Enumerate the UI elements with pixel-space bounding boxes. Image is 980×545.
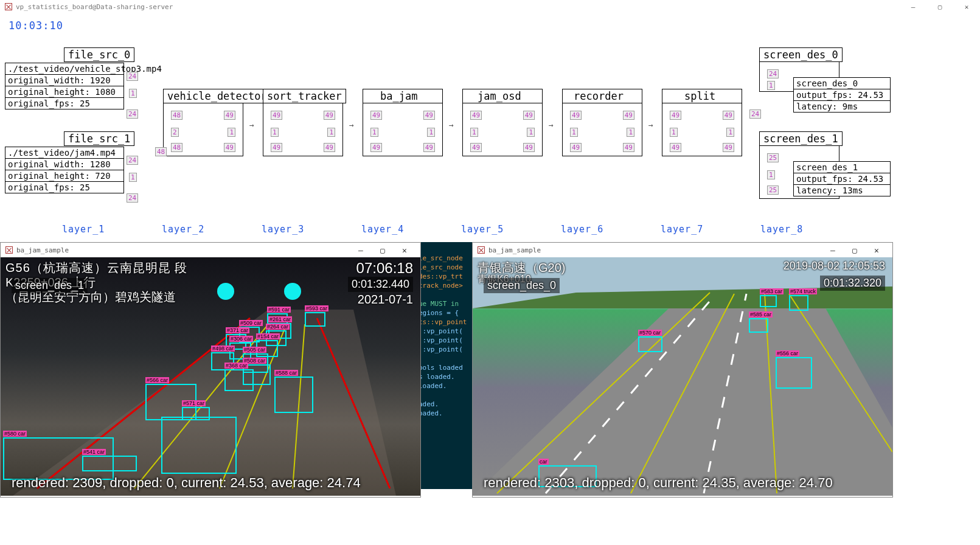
camera-clock: 2019-08-02 12:05:53 xyxy=(784,260,885,272)
video-titlebar[interactable]: ba_jam_sample — ▢ ✕ xyxy=(1,243,420,257)
maximize-button[interactable]: ▢ xyxy=(844,246,866,255)
detection-label: #556 car xyxy=(776,350,799,356)
layer-label: layer_5 xyxy=(461,224,504,235)
detection-box xyxy=(760,295,777,307)
background-terminal: le_src_node le_src_node des::vp_trt trac… xyxy=(419,242,472,489)
detection-box xyxy=(749,318,768,333)
node-file-src-0-props: ./test_video/vehicle_stop3.mp4 original_… xyxy=(5,63,124,109)
camera-text-1: G56（杭瑞高速）云南昆明昆 段 xyxy=(5,260,187,276)
detection-box xyxy=(82,456,137,471)
node-sort-tracker: sort_tracker 49 49 1 1 49 49 xyxy=(263,89,346,156)
detection-box xyxy=(305,312,325,327)
layer-label: layer_4 xyxy=(361,224,404,235)
detection-label: #593 car xyxy=(305,305,328,311)
node-jam-osd: jam_osd 49 49 1 1 49 49 xyxy=(462,89,543,156)
video-window-left[interactable]: ba_jam_sample — ▢ ✕ G56（杭瑞高速）云南昆明昆 段 K22… xyxy=(0,242,421,498)
video-window-title: ba_jam_sample xyxy=(16,246,69,254)
node-title: file_src_0 xyxy=(64,47,134,62)
node-file-src-1-props: ./test_video/jam4.mp4 original_width: 12… xyxy=(5,147,124,193)
layer-label: layer_8 xyxy=(760,224,803,235)
stream-id: screen_des_0 xyxy=(484,278,560,293)
detection-label: #261 car xyxy=(268,316,292,322)
layer-label: layer_6 xyxy=(561,224,603,235)
layer-label: layer_3 xyxy=(262,224,304,235)
render-stats: rendered: 2309, dropped: 0, current: 24.… xyxy=(12,475,361,491)
detection-label: #566 car xyxy=(145,377,169,383)
svg-point-2 xyxy=(284,283,301,300)
pipeline-board: file_src_0 ./test_video/vehicle_stop3.mp… xyxy=(0,35,980,242)
video-titlebar[interactable]: ba_jam_sample — ▢ ✕ xyxy=(473,243,892,257)
svg-marker-3 xyxy=(473,286,892,496)
minimize-button[interactable]: — xyxy=(900,0,926,13)
video-frame-right: 青银高速（G20) 青银K6+010 screen_des_0 2019-08-… xyxy=(473,257,892,496)
close-button[interactable]: ✕ xyxy=(866,246,888,255)
detection-label: #591 car xyxy=(267,307,291,313)
stream-id: screen_des_1 xyxy=(12,278,88,293)
video-window-right[interactable]: ba_jam_sample — ▢ ✕ 青银高速（G20) 青银K6+010 s… xyxy=(472,242,893,498)
detection-label: #368 car xyxy=(224,363,248,369)
video-frame-left: G56（杭瑞高速）云南昆明昆 段 K2259+036 上行 （昆明至安宁方向）碧… xyxy=(1,257,420,496)
stream-timer: 0:01:32.440 xyxy=(348,277,413,292)
node-screen-des-1-props: screen_des_1 output_fps: 24.53 latency: … xyxy=(793,162,891,196)
detection-box xyxy=(224,369,254,391)
node-screen-des-0-props: screen_des_0 output_fps: 24.53 latency: … xyxy=(793,78,891,113)
minimize-button[interactable]: — xyxy=(350,246,372,255)
camera-clock: 07:06:18 xyxy=(356,260,413,277)
maximize-button[interactable]: ▢ xyxy=(372,246,394,255)
detection-label: #574 truck xyxy=(789,288,817,294)
app-icon xyxy=(5,246,13,254)
detection-label: #371 car xyxy=(226,327,249,333)
stream-timer: 0:01:32.320 xyxy=(820,276,885,291)
main-titlebar: vp_statistics_board@Data-sharing-server xyxy=(0,0,980,13)
detection-label: #583 car xyxy=(760,288,784,294)
detection-box xyxy=(638,336,662,352)
detection-label: #541 car xyxy=(82,449,106,455)
detection-label: #498 car xyxy=(211,345,235,352)
detection-label: #585 car xyxy=(749,311,773,318)
camera-date: 2021-07-1 xyxy=(358,293,413,307)
maximize-button[interactable]: ▢ xyxy=(926,0,953,13)
detection-label: #571 car xyxy=(182,400,206,406)
node-ba-jam: ba_jam 49 49 1 1 49 49 xyxy=(363,89,443,156)
window-controls: — ▢ ✕ xyxy=(900,0,980,13)
node-body: 48 49 2 1 48 49 xyxy=(163,103,243,156)
node-file-src-1: file_src_1 xyxy=(64,131,134,146)
app-icon xyxy=(478,246,485,254)
detection-label: #570 car xyxy=(638,330,662,336)
render-stats: rendered: 2303, dropped: 0, current: 24.… xyxy=(484,475,833,491)
detection-label: #588 car xyxy=(274,370,298,376)
node-split: split 49 49 1 1 49 49 xyxy=(662,89,742,156)
close-button[interactable]: ✕ xyxy=(394,246,415,255)
minimize-button[interactable]: — xyxy=(822,246,844,255)
layer-label: layer_1 xyxy=(62,224,105,235)
detection-box xyxy=(161,417,237,474)
layer-label: layer_2 xyxy=(162,224,204,235)
detection-label: #505 car xyxy=(243,347,266,353)
detection-label: car xyxy=(538,459,549,465)
video-window-title: ba_jam_sample xyxy=(488,246,541,254)
window-title: vp_statistics_board@Data-sharing-server xyxy=(16,3,173,11)
detection-box xyxy=(789,295,808,311)
detection-label: #306 car xyxy=(229,336,253,342)
node-title: file_src_1 xyxy=(64,131,134,146)
svg-point-1 xyxy=(217,283,234,300)
elapsed-time: 10:03:10 xyxy=(0,15,63,32)
app-icon xyxy=(5,3,12,10)
layer-label: layer_7 xyxy=(661,224,703,235)
detection-label: #264 car xyxy=(266,324,290,330)
detection-label: #580 car xyxy=(3,431,27,437)
node-vehicle-detector: vehicle_detector 48 49 2 1 48 49 xyxy=(163,89,271,156)
node-file-src-0: file_src_0 xyxy=(64,47,134,62)
node-recorder: recorder 49 49 1 1 49 49 xyxy=(562,89,642,156)
detection-box xyxy=(776,357,812,389)
detection-box xyxy=(274,377,313,413)
detection-label: #154 car xyxy=(256,333,280,339)
detection-label: #509 car xyxy=(239,320,263,326)
close-button[interactable]: ✕ xyxy=(953,0,980,13)
